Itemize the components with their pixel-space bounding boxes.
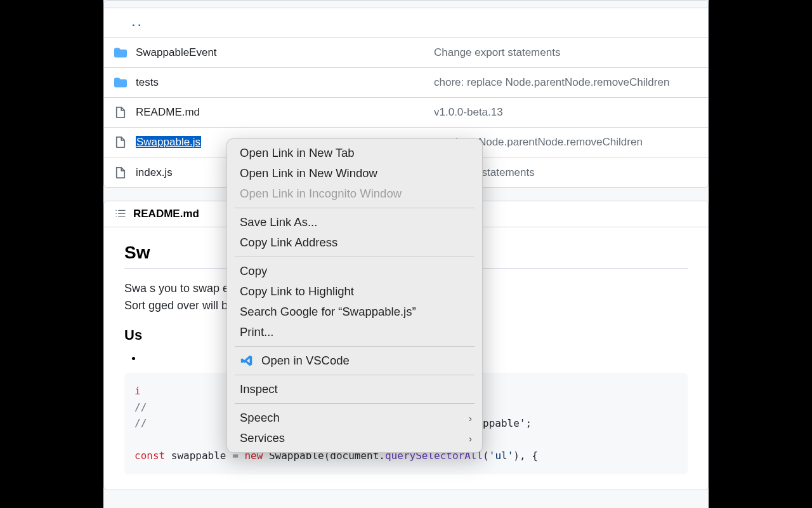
menu-open-new-tab[interactable]: Open Link in New Tab [227, 143, 482, 163]
context-menu: Open Link in New Tab Open Link in New Wi… [226, 138, 483, 453]
file-icon [114, 166, 127, 179]
menu-copy-link-highlight[interactable]: Copy Link to Highlight [227, 281, 482, 302]
vscode-icon [240, 354, 254, 368]
menu-open-incognito: Open Link in Incognito Window [227, 184, 482, 204]
menu-separator [235, 375, 475, 375]
menu-separator [235, 403, 475, 404]
file-icon [114, 106, 127, 119]
readme-filename[interactable]: README.md [133, 208, 199, 220]
menu-copy[interactable]: Copy [227, 261, 482, 281]
menu-print[interactable]: Print... [227, 322, 482, 342]
menu-separator [235, 257, 475, 257]
folder-icon [114, 76, 127, 89]
menu-open-new-window[interactable]: Open Link in New Window [227, 163, 482, 184]
commit-message[interactable]: Change export statements [434, 46, 698, 59]
file-name[interactable]: tests [136, 76, 434, 89]
table-row[interactable]: tests chore: replace Node.parentNode.rem… [104, 68, 708, 98]
list-icon[interactable] [114, 208, 127, 220]
commit-message[interactable]: chore: replace Node.parentNode.removeChi… [434, 76, 698, 89]
chevron-right-icon: › [469, 413, 472, 424]
menu-services[interactable]: Services› [227, 428, 482, 448]
menu-save-link-as[interactable]: Save Link As... [227, 212, 482, 232]
menu-search-google[interactable]: Search Google for “Swappable.js” [227, 302, 482, 322]
commit-message[interactable]: v1.0.0-beta.13 [434, 106, 698, 119]
file-list-header [104, 1, 708, 8]
menu-inspect[interactable]: Inspect [227, 379, 482, 399]
file-icon [114, 136, 127, 149]
folder-icon [114, 46, 127, 59]
menu-separator [235, 346, 475, 347]
table-row[interactable]: README.md v1.0.0-beta.13 [104, 98, 708, 128]
parent-dir-label: . . [132, 17, 141, 29]
menu-speech[interactable]: Speech› [227, 408, 482, 428]
menu-copy-link-address[interactable]: Copy Link Address [227, 232, 482, 253]
table-row[interactable]: SwappableEvent Change export statements [104, 38, 708, 68]
menu-separator [235, 208, 475, 208]
file-name[interactable]: SwappableEvent [136, 46, 434, 59]
file-name[interactable]: README.md [136, 106, 434, 119]
menu-open-in-vscode[interactable]: Open in VSCode [227, 351, 482, 371]
chevron-right-icon: › [469, 433, 472, 444]
parent-directory-link[interactable]: . . [104, 8, 708, 38]
